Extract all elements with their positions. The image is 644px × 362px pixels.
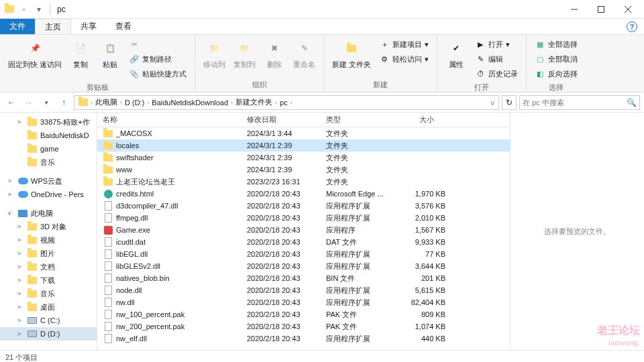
back-button[interactable]: ← xyxy=(4,95,19,110)
folder-icon xyxy=(27,302,38,312)
col-date[interactable]: 修改日期 xyxy=(241,115,321,125)
path-icon: 🔗 xyxy=(129,54,140,64)
copy-to-button[interactable]: 📁复制到 xyxy=(229,36,260,70)
file-row[interactable]: 上老王论坛当老王2023/2/23 16:31文件夹 xyxy=(97,176,510,188)
folder-icon xyxy=(27,143,38,154)
file-row[interactable]: libEGL.dll2020/2/18 20:43应用程序扩展77 KB xyxy=(97,248,510,260)
help-icon[interactable]: ? xyxy=(627,21,637,32)
forward-button[interactable]: → xyxy=(21,95,36,110)
paste-shortcut-button[interactable]: 📎粘贴快捷方式 xyxy=(127,67,188,80)
new-item-button[interactable]: ＋新建项目 ▾ xyxy=(378,38,430,51)
select-all-button[interactable]: ▦全部选择 xyxy=(533,38,579,51)
file-row[interactable]: swiftshader2024/3/1 2:39文件夹 xyxy=(97,152,510,164)
tree-item[interactable]: >OneDrive - Pers xyxy=(0,188,97,201)
crumb-1[interactable]: D (D:) xyxy=(122,99,147,107)
select-none-button[interactable]: ▢全部取消 xyxy=(533,52,579,66)
minimize-button[interactable] xyxy=(561,0,588,19)
watermark: 老王论坛 laowang. xyxy=(597,324,640,349)
qat-new-icon[interactable]: ▫ xyxy=(17,3,31,16)
tree-item[interactable]: >桌面 xyxy=(0,300,97,314)
paste-button[interactable]: 📋粘贴 xyxy=(95,36,125,70)
tree-item[interactable]: BaiduNetdiskD xyxy=(0,129,97,142)
crumb-0[interactable]: 此电脑 xyxy=(93,97,120,107)
nav-tree[interactable]: >33875-精致+作BaiduNetdiskDgame音乐>WPS云盘>One… xyxy=(0,113,97,350)
tab-home[interactable]: 主页 xyxy=(35,19,71,34)
file-row[interactable]: www2024/3/1 2:39文件夹 xyxy=(97,164,510,176)
crumb-3[interactable]: 新建文件夹 xyxy=(233,97,275,107)
file-row[interactable]: _MACOSX2024/3/1 3:44文件夹 xyxy=(97,127,510,139)
file-row[interactable]: ffmpeg.dll2020/2/18 20:43应用程序扩展2,010 KB xyxy=(97,212,510,224)
close-button[interactable] xyxy=(614,0,641,19)
column-headers[interactable]: 名称 修改日期 类型 大小 xyxy=(97,113,510,127)
tree-item[interactable]: >音乐 xyxy=(0,287,97,300)
file-row[interactable]: credits.html2020/2/18 20:43Microsoft Edg… xyxy=(97,188,510,200)
tree-item[interactable]: >下载 xyxy=(0,274,97,287)
move-to-button[interactable]: 📁移动到 xyxy=(199,36,229,70)
tree-item[interactable]: >文档 xyxy=(0,260,97,274)
invert-button[interactable]: ◧反向选择 xyxy=(533,67,579,80)
file-row[interactable]: nw.dll2020/2/18 20:43应用程序扩展82,404 KB xyxy=(97,296,510,308)
addr-dropdown[interactable]: v xyxy=(488,99,498,107)
folder-icon xyxy=(103,140,113,151)
newfolder-icon xyxy=(341,38,362,59)
open-button[interactable]: ▶打开 ▾ xyxy=(474,38,519,51)
tree-item[interactable]: >图片 xyxy=(0,247,97,260)
tree-item[interactable]: >WPS云盘 xyxy=(0,174,97,188)
up-button[interactable]: ↑ xyxy=(56,95,71,110)
file-row[interactable]: locales2024/3/1 2:39文件夹 xyxy=(97,139,510,152)
easy-access-button[interactable]: ⚙轻松访问 ▾ xyxy=(378,52,430,66)
file-list[interactable]: 名称 修改日期 类型 大小 _MACOSX2024/3/1 3:44文件夹loc… xyxy=(97,113,510,350)
tree-item[interactable]: v此电脑 xyxy=(0,206,97,220)
col-name[interactable]: 名称 xyxy=(97,115,241,125)
pin-button[interactable]: 📌固定到快 速访问 xyxy=(4,36,66,70)
crumb-4[interactable]: pc xyxy=(277,99,290,107)
folder-icon xyxy=(103,128,113,139)
history-button[interactable]: ⏱历史记录 xyxy=(474,67,519,80)
tree-item[interactable]: 音乐 xyxy=(0,156,97,169)
file-row[interactable]: natives_blob.bin2020/2/18 20:43BIN 文件201… xyxy=(97,272,510,284)
copy-button[interactable]: 📄复制 xyxy=(66,36,95,70)
file-row[interactable]: d3dcompiler_47.dll2020/2/18 20:43应用程序扩展3… xyxy=(97,200,510,212)
refresh-button[interactable]: ↻ xyxy=(502,95,517,110)
window-title: pc xyxy=(57,5,66,14)
properties-button[interactable]: ✔属性 xyxy=(441,36,471,70)
tab-share[interactable]: 共享 xyxy=(71,19,106,34)
col-size[interactable]: 大小 xyxy=(393,115,440,125)
search-box[interactable]: 🔍 xyxy=(519,95,640,110)
tab-file[interactable]: 文件 xyxy=(0,19,35,34)
group-select: ▦全部选择 ▢全部取消 ◧反向选择 选择 xyxy=(527,35,586,92)
search-input[interactable] xyxy=(523,99,627,107)
tree-item[interactable]: >D (D:) xyxy=(0,327,97,341)
edit-button[interactable]: ✎编辑 xyxy=(474,52,519,66)
file-row[interactable]: node.dll2020/2/18 20:43应用程序扩展5,615 KB xyxy=(97,284,510,296)
tree-item[interactable]: game xyxy=(0,142,97,156)
col-type[interactable]: 类型 xyxy=(321,115,393,125)
cut-button[interactable]: ✂ xyxy=(127,38,188,51)
file-row[interactable]: libGLESv2.dll2020/2/18 20:43应用程序扩展3,644 … xyxy=(97,260,510,272)
invert-icon: ◧ xyxy=(535,68,545,79)
breadcrumb[interactable]: › 此电脑› D (D:)› BaiduNetdiskDownload› 新建文… xyxy=(74,95,499,110)
file-row[interactable]: nw_elf.dll2020/2/18 20:43应用程序扩展440 KB xyxy=(97,333,510,345)
titlebar: ▫ ▾ pc xyxy=(0,0,644,19)
copy-path-button[interactable]: 🔗复制路径 xyxy=(127,52,188,66)
file-row[interactable]: icudtl.dat2020/2/18 20:43DAT 文件9,933 KB xyxy=(97,236,510,248)
recent-button[interactable]: ▾ xyxy=(39,95,54,110)
file-row[interactable]: nw_200_percent.pak2020/2/18 20:43PAK 文件1… xyxy=(97,320,510,333)
html-icon xyxy=(103,188,113,199)
qat-props-icon[interactable]: ▾ xyxy=(32,3,46,16)
tab-view[interactable]: 查看 xyxy=(106,19,141,34)
svg-rect-1 xyxy=(598,6,604,12)
rename-button[interactable]: ✎重命名 xyxy=(289,36,319,70)
tree-item[interactable]: >3D 对象 xyxy=(0,220,97,233)
new-folder-button[interactable]: 新建 文件夹 xyxy=(328,36,375,70)
maximize-button[interactable] xyxy=(588,0,614,19)
delete-button[interactable]: ✖删除 xyxy=(260,36,289,70)
exe-icon xyxy=(103,225,113,235)
folder-icon xyxy=(103,176,113,187)
tree-item[interactable]: >C (C:) xyxy=(0,314,97,327)
file-row[interactable]: nw_100_percent.pak2020/2/18 20:43PAK 文件8… xyxy=(97,308,510,320)
tree-item[interactable]: >33875-精致+作 xyxy=(0,115,97,129)
tree-item[interactable]: >视频 xyxy=(0,233,97,247)
file-row[interactable]: Game.exe2020/2/18 20:43应用程序1,567 KB xyxy=(97,224,510,236)
crumb-2[interactable]: BaiduNetdiskDownload xyxy=(149,99,231,107)
